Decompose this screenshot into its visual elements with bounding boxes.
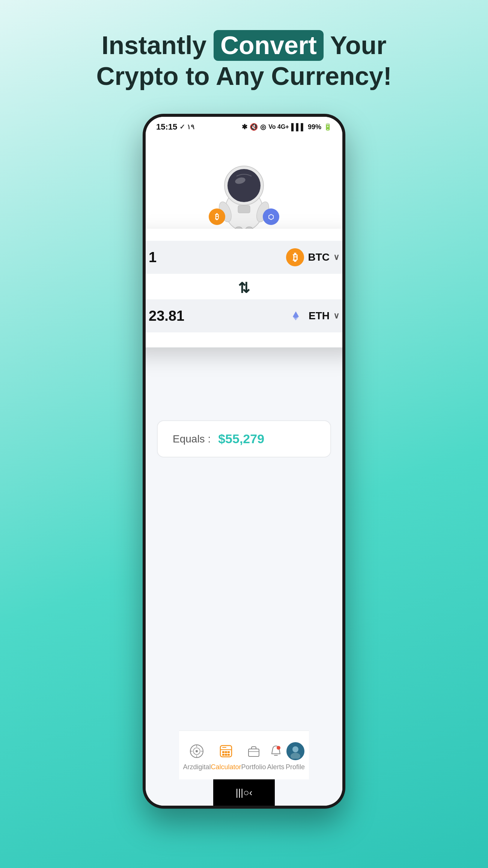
calculator-label: Calculator <box>211 763 241 771</box>
bluetooth-icon: ✱ <box>242 123 247 131</box>
svg-rect-29 <box>227 751 230 753</box>
signal-text: Vo 4G+ <box>268 124 289 130</box>
phone-screen: 15:15 ✓ ١٩ ✱ 🔇 ◎ Vo 4G+ ▌▌▌ 99% 🔋 <box>146 117 342 806</box>
profile-avatar <box>286 742 304 760</box>
to-currency-label: ETH <box>309 310 330 322</box>
nav-item-arzdigital[interactable]: Arzdigital <box>183 741 211 771</box>
back-button[interactable]: ‹ <box>249 787 253 799</box>
status-notch: ✓ ١٩ <box>179 123 194 131</box>
headline-line2: Crypto to Any Currency! <box>96 62 392 90</box>
status-right: ✱ 🔇 ◎ Vo 4G+ ▌▌▌ 99% 🔋 <box>242 123 332 131</box>
svg-text:₿: ₿ <box>215 213 219 221</box>
swap-arrows-icon[interactable]: ⇅ <box>238 280 250 296</box>
status-left: 15:15 ✓ ١٩ <box>156 122 194 132</box>
equals-label: Equals : <box>173 433 211 445</box>
eth-icon <box>287 307 305 325</box>
status-time: 15:15 <box>156 122 177 132</box>
svg-point-39 <box>291 753 300 759</box>
svg-rect-28 <box>225 751 227 753</box>
portfolio-label: Portfolio <box>241 763 266 771</box>
nav-item-portfolio[interactable]: Portfolio <box>241 741 266 771</box>
to-currency-selector[interactable]: ETH ∨ <box>287 307 339 325</box>
from-currency-label: BTC <box>308 251 330 263</box>
headline-highlight: Convert <box>214 30 324 61</box>
converter-card: 1 ₿ BTC ∨ ⇅ 23.81 <box>146 229 342 347</box>
svg-rect-31 <box>225 754 227 756</box>
to-currency-row: 23.81 ETH ∨ <box>146 299 342 332</box>
svg-rect-27 <box>222 751 224 753</box>
wifi-icon: ◎ <box>260 123 266 131</box>
phone-wrapper: 15:15 ✓ ١٩ ✱ 🔇 ◎ Vo 4G+ ▌▌▌ 99% 🔋 <box>143 114 345 827</box>
from-chevron-icon: ∨ <box>333 252 339 262</box>
swap-icon-wrapper[interactable]: ⇅ <box>146 277 342 299</box>
from-currency-selector[interactable]: ₿ BTC ∨ <box>286 248 339 266</box>
svg-rect-30 <box>222 754 224 756</box>
equals-row: Equals : $55,279 <box>157 420 331 457</box>
calculator-icon <box>216 741 236 761</box>
to-amount: 23.81 <box>149 308 287 324</box>
headline-text-pre: Instantly <box>102 31 214 59</box>
home-button[interactable]: ○ <box>243 787 249 799</box>
arzdigital-icon <box>187 741 206 761</box>
from-amount: 1 <box>149 249 286 266</box>
svg-rect-32 <box>227 754 230 756</box>
recent-apps-button[interactable]: ||| <box>236 787 243 799</box>
bottom-nav: Arzdigital <box>179 731 309 779</box>
alerts-label: Alerts <box>267 763 285 771</box>
nav-item-alerts[interactable]: Alerts <box>266 741 286 771</box>
profile-icon <box>286 741 305 761</box>
profile-label: Profile <box>286 763 305 771</box>
arzdigital-label: Arzdigital <box>183 763 211 771</box>
app-content: ₿ ⬡ 1 ₿ <box>146 135 342 806</box>
svg-rect-34 <box>249 749 259 756</box>
from-currency-row: 1 ₿ BTC ∨ <box>146 241 342 274</box>
nav-item-profile[interactable]: Profile <box>286 741 305 771</box>
headline: Instantly Convert Your Crypto to Any Cur… <box>66 30 422 91</box>
svg-point-20 <box>196 750 198 752</box>
astronaut-illustration: ₿ ⬡ <box>203 150 285 240</box>
nav-item-calculator[interactable]: Calculator <box>211 741 241 771</box>
btc-icon: ₿ <box>286 248 304 266</box>
mute-icon: 🔇 <box>250 123 258 131</box>
status-bar: 15:15 ✓ ١٩ ✱ 🔇 ◎ Vo 4G+ ▌▌▌ 99% 🔋 <box>146 117 342 135</box>
signal-bars: ▌▌▌ <box>291 123 306 131</box>
home-indicator: ||| ○ ‹ <box>213 779 275 806</box>
headline-text-post: Your <box>324 31 387 59</box>
to-chevron-icon: ∨ <box>333 311 339 321</box>
svg-point-37 <box>277 746 280 750</box>
svg-text:⬡: ⬡ <box>268 213 274 221</box>
battery-icon: 🔋 <box>324 123 332 131</box>
battery-text: 99% <box>308 123 321 131</box>
alerts-icon <box>266 741 286 761</box>
svg-rect-14 <box>238 205 250 213</box>
svg-point-38 <box>292 746 298 752</box>
portfolio-icon <box>244 741 264 761</box>
phone-frame: 15:15 ✓ ١٩ ✱ 🔇 ◎ Vo 4G+ ▌▌▌ 99% 🔋 <box>143 114 345 809</box>
equals-value: $55,279 <box>218 432 264 446</box>
